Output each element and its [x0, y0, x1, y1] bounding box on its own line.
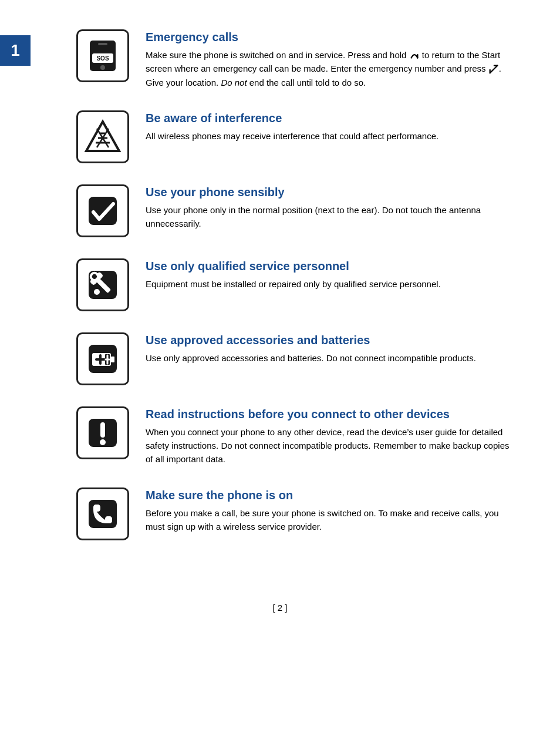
section-personnel: Use only qualified service personnel Equ… [76, 258, 513, 311]
section-text-phone-on: Make sure the phone is on Before you mak… [146, 487, 513, 534]
section-body-accessories: Use only approved accessories and batter… [146, 351, 513, 365]
footer: [ 2 ] [0, 591, 560, 624]
exclamation-icon [84, 414, 122, 452]
icon-interference [76, 110, 129, 163]
interference-icon [84, 118, 122, 156]
section-body-sensibly: Use your phone only in the normal positi… [146, 203, 513, 231]
section-accessories: Use approved accessories and batteries U… [76, 332, 513, 385]
section-sensibly: Use your phone sensibly Use your phone o… [76, 184, 513, 237]
phone-icon [84, 495, 122, 533]
icon-sensibly [76, 184, 129, 237]
section-body-personnel: Equipment must be installed or repaired … [146, 277, 513, 291]
page-tab: 1 [0, 35, 31, 66]
section-title-interference: Be aware of interference [146, 110, 513, 126]
start-icon [409, 51, 420, 61]
call-icon [488, 64, 499, 75]
tab-number: 1 [11, 41, 20, 60]
section-title-sensibly: Use your phone sensibly [146, 184, 513, 200]
section-body-interference: All wireless phones may receive interfer… [146, 129, 513, 143]
section-title-emergency: Emergency calls [146, 29, 513, 45]
svg-marker-5 [86, 122, 119, 151]
section-text-accessories: Use approved accessories and batteries U… [146, 332, 513, 365]
page-number: [ 2 ] [272, 603, 287, 613]
svg-rect-27 [100, 422, 105, 438]
section-instructions: Read instructions before you connect to … [76, 406, 513, 466]
section-text-interference: Be aware of interference All wireless ph… [146, 110, 513, 143]
section-title-personnel: Use only qualified service personnel [146, 258, 513, 274]
sos-phone-icon: SOS [84, 37, 122, 75]
section-interference: Be aware of interference All wireless ph… [76, 110, 513, 163]
section-text-sensibly: Use your phone sensibly Use your phone o… [146, 184, 513, 231]
svg-rect-29 [89, 500, 117, 528]
icon-phone-on [76, 487, 129, 540]
section-body-emergency: Make sure the phone is switched on and i… [146, 48, 513, 89]
checkmark-icon [84, 192, 122, 230]
svg-rect-3 [98, 43, 107, 45]
section-emergency-calls: SOS Emergency calls Make sure the phone … [76, 29, 513, 89]
section-body-phone-on: Before you make a call, be sure your pho… [146, 506, 513, 534]
svg-point-4 [100, 65, 105, 70]
section-text-emergency: Emergency calls Make sure the phone is s… [146, 29, 513, 89]
battery-plus-icon [84, 340, 122, 378]
section-title-accessories: Use approved accessories and batteries [146, 332, 513, 348]
main-content: SOS Emergency calls Make sure the phone … [0, 0, 560, 591]
svg-point-28 [100, 439, 106, 445]
icon-accessories [76, 332, 129, 385]
svg-text:SOS: SOS [96, 55, 109, 62]
section-title-phone-on: Make sure the phone is on [146, 487, 513, 503]
section-phone-on: Make sure the phone is on Before you mak… [76, 487, 513, 540]
icon-emergency-calls: SOS [76, 29, 129, 82]
section-text-instructions: Read instructions before you connect to … [146, 406, 513, 466]
icon-personnel [76, 258, 129, 311]
section-body-instructions: When you connect your phone to any other… [146, 425, 513, 466]
svg-rect-20 [111, 357, 114, 362]
section-text-personnel: Use only qualified service personnel Equ… [146, 258, 513, 291]
section-title-instructions: Read instructions before you connect to … [146, 406, 513, 422]
wrench-icon [84, 266, 122, 304]
svg-point-17 [94, 289, 100, 295]
icon-instructions [76, 406, 129, 459]
